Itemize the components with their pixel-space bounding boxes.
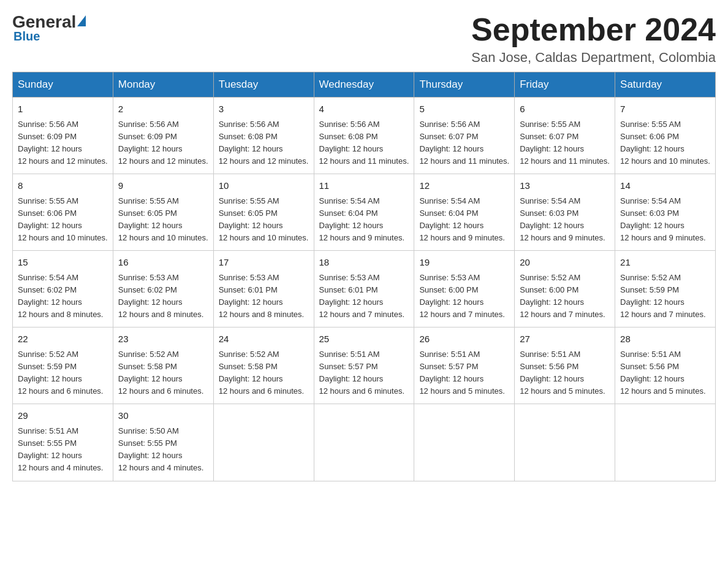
day-number: 1 xyxy=(18,102,108,117)
header-friday: Friday xyxy=(515,72,615,98)
table-row: 16 Sunrise: 5:53 AMSunset: 6:02 PMDaylig… xyxy=(113,251,213,327)
day-info: Sunrise: 5:53 AMSunset: 6:01 PMDaylight:… xyxy=(219,272,309,321)
day-number: 21 xyxy=(620,256,710,270)
day-number: 10 xyxy=(219,179,309,193)
table-row xyxy=(615,404,716,481)
day-number: 19 xyxy=(419,256,509,270)
day-number: 18 xyxy=(319,256,409,270)
day-info: Sunrise: 5:56 AMSunset: 6:09 PMDaylight:… xyxy=(18,118,108,168)
table-row: 29 Sunrise: 5:51 AMSunset: 5:55 PMDaylig… xyxy=(13,404,113,481)
day-info: Sunrise: 5:51 AMSunset: 5:57 PMDaylight:… xyxy=(419,348,509,398)
day-info: Sunrise: 5:51 AMSunset: 5:56 PMDaylight:… xyxy=(520,348,610,398)
table-row: 9 Sunrise: 5:55 AMSunset: 6:05 PMDayligh… xyxy=(113,174,213,251)
day-info: Sunrise: 5:53 AMSunset: 6:01 PMDaylight:… xyxy=(319,272,409,321)
table-row: 22 Sunrise: 5:52 AMSunset: 5:59 PMDaylig… xyxy=(13,327,113,404)
day-number: 30 xyxy=(118,409,208,423)
table-row xyxy=(213,404,314,481)
day-info: Sunrise: 5:55 AMSunset: 6:06 PMDaylight:… xyxy=(620,118,710,168)
header-thursday: Thursday xyxy=(414,72,515,98)
day-number: 29 xyxy=(18,409,108,423)
day-number: 23 xyxy=(118,332,208,347)
day-info: Sunrise: 5:54 AMSunset: 6:03 PMDaylight:… xyxy=(520,195,610,245)
table-row xyxy=(414,404,515,481)
table-row xyxy=(314,404,414,481)
day-number: 6 xyxy=(520,102,610,117)
table-row: 30 Sunrise: 5:50 AMSunset: 5:55 PMDaylig… xyxy=(113,404,213,481)
calendar-table: Sunday Monday Tuesday Wednesday Thursday… xyxy=(12,72,716,481)
header-monday: Monday xyxy=(113,72,213,98)
table-row: 26 Sunrise: 5:51 AMSunset: 5:57 PMDaylig… xyxy=(414,327,515,404)
table-row: 23 Sunrise: 5:52 AMSunset: 5:58 PMDaylig… xyxy=(113,327,213,404)
day-info: Sunrise: 5:54 AMSunset: 6:02 PMDaylight:… xyxy=(18,272,108,321)
table-row: 7 Sunrise: 5:55 AMSunset: 6:06 PMDayligh… xyxy=(615,98,716,174)
table-row: 5 Sunrise: 5:56 AMSunset: 6:07 PMDayligh… xyxy=(414,98,515,174)
day-info: Sunrise: 5:51 AMSunset: 5:56 PMDaylight:… xyxy=(620,348,710,398)
day-number: 24 xyxy=(219,332,309,347)
day-number: 4 xyxy=(319,102,409,117)
day-info: Sunrise: 5:52 AMSunset: 5:59 PMDaylight:… xyxy=(18,348,108,398)
table-row: 3 Sunrise: 5:56 AMSunset: 6:08 PMDayligh… xyxy=(213,98,314,174)
day-number: 14 xyxy=(620,179,710,193)
day-number: 25 xyxy=(319,332,409,347)
day-info: Sunrise: 5:54 AMSunset: 6:03 PMDaylight:… xyxy=(620,195,710,245)
table-row: 6 Sunrise: 5:55 AMSunset: 6:07 PMDayligh… xyxy=(515,98,615,174)
day-number: 26 xyxy=(419,332,509,347)
day-number: 28 xyxy=(620,332,710,347)
day-info: Sunrise: 5:55 AMSunset: 6:05 PMDaylight:… xyxy=(118,195,208,245)
table-row: 20 Sunrise: 5:52 AMSunset: 6:00 PMDaylig… xyxy=(515,251,615,327)
day-info: Sunrise: 5:50 AMSunset: 5:55 PMDaylight:… xyxy=(118,425,208,475)
table-row: 14 Sunrise: 5:54 AMSunset: 6:03 PMDaylig… xyxy=(615,174,716,251)
header-tuesday: Tuesday xyxy=(213,72,314,98)
month-title: September 2024 xyxy=(471,12,716,47)
logo-blue-text: Blue xyxy=(13,29,40,44)
day-info: Sunrise: 5:55 AMSunset: 6:06 PMDaylight:… xyxy=(18,195,108,245)
logo-triangle-icon xyxy=(77,15,86,26)
location-title: San Jose, Caldas Department, Colombia xyxy=(471,50,716,66)
day-info: Sunrise: 5:56 AMSunset: 6:08 PMDaylight:… xyxy=(219,118,309,168)
day-number: 22 xyxy=(18,332,108,347)
day-info: Sunrise: 5:56 AMSunset: 6:09 PMDaylight:… xyxy=(118,118,208,168)
header-saturday: Saturday xyxy=(615,72,716,98)
title-area: September 2024 San Jose, Caldas Departme… xyxy=(471,12,716,66)
table-row: 8 Sunrise: 5:55 AMSunset: 6:06 PMDayligh… xyxy=(13,174,113,251)
page-header: General Blue September 2024 San Jose, Ca… xyxy=(12,12,716,66)
table-row: 1 Sunrise: 5:56 AMSunset: 6:09 PMDayligh… xyxy=(13,98,113,174)
header-sunday: Sunday xyxy=(13,72,113,98)
day-info: Sunrise: 5:53 AMSunset: 6:02 PMDaylight:… xyxy=(118,272,208,321)
table-row: 21 Sunrise: 5:52 AMSunset: 5:59 PMDaylig… xyxy=(615,251,716,327)
day-info: Sunrise: 5:54 AMSunset: 6:04 PMDaylight:… xyxy=(419,195,509,245)
day-number: 2 xyxy=(118,102,208,117)
table-row: 15 Sunrise: 5:54 AMSunset: 6:02 PMDaylig… xyxy=(13,251,113,327)
day-number: 3 xyxy=(219,102,309,117)
day-number: 15 xyxy=(18,256,108,270)
day-number: 12 xyxy=(419,179,509,193)
table-row: 27 Sunrise: 5:51 AMSunset: 5:56 PMDaylig… xyxy=(515,327,615,404)
day-number: 20 xyxy=(520,256,610,270)
logo: General Blue xyxy=(12,12,86,44)
day-info: Sunrise: 5:52 AMSunset: 6:00 PMDaylight:… xyxy=(520,272,610,321)
table-row: 12 Sunrise: 5:54 AMSunset: 6:04 PMDaylig… xyxy=(414,174,515,251)
table-row xyxy=(515,404,615,481)
table-row: 18 Sunrise: 5:53 AMSunset: 6:01 PMDaylig… xyxy=(314,251,414,327)
table-row: 24 Sunrise: 5:52 AMSunset: 5:58 PMDaylig… xyxy=(213,327,314,404)
header-wednesday: Wednesday xyxy=(314,72,414,98)
day-info: Sunrise: 5:54 AMSunset: 6:04 PMDaylight:… xyxy=(319,195,409,245)
day-info: Sunrise: 5:52 AMSunset: 5:58 PMDaylight:… xyxy=(219,348,309,398)
table-row: 2 Sunrise: 5:56 AMSunset: 6:09 PMDayligh… xyxy=(113,98,213,174)
table-row: 17 Sunrise: 5:53 AMSunset: 6:01 PMDaylig… xyxy=(213,251,314,327)
table-row: 4 Sunrise: 5:56 AMSunset: 6:08 PMDayligh… xyxy=(314,98,414,174)
day-info: Sunrise: 5:55 AMSunset: 6:07 PMDaylight:… xyxy=(520,118,610,168)
day-info: Sunrise: 5:51 AMSunset: 5:57 PMDaylight:… xyxy=(319,348,409,398)
day-info: Sunrise: 5:51 AMSunset: 5:55 PMDaylight:… xyxy=(18,425,108,475)
table-row: 11 Sunrise: 5:54 AMSunset: 6:04 PMDaylig… xyxy=(314,174,414,251)
table-row: 10 Sunrise: 5:55 AMSunset: 6:05 PMDaylig… xyxy=(213,174,314,251)
day-info: Sunrise: 5:56 AMSunset: 6:07 PMDaylight:… xyxy=(419,118,509,168)
day-info: Sunrise: 5:53 AMSunset: 6:00 PMDaylight:… xyxy=(419,272,509,321)
calendar-header-row: Sunday Monday Tuesday Wednesday Thursday… xyxy=(13,72,716,98)
day-info: Sunrise: 5:52 AMSunset: 5:59 PMDaylight:… xyxy=(620,272,710,321)
day-info: Sunrise: 5:56 AMSunset: 6:08 PMDaylight:… xyxy=(319,118,409,168)
table-row: 25 Sunrise: 5:51 AMSunset: 5:57 PMDaylig… xyxy=(314,327,414,404)
day-number: 17 xyxy=(219,256,309,270)
table-row: 13 Sunrise: 5:54 AMSunset: 6:03 PMDaylig… xyxy=(515,174,615,251)
table-row: 28 Sunrise: 5:51 AMSunset: 5:56 PMDaylig… xyxy=(615,327,716,404)
